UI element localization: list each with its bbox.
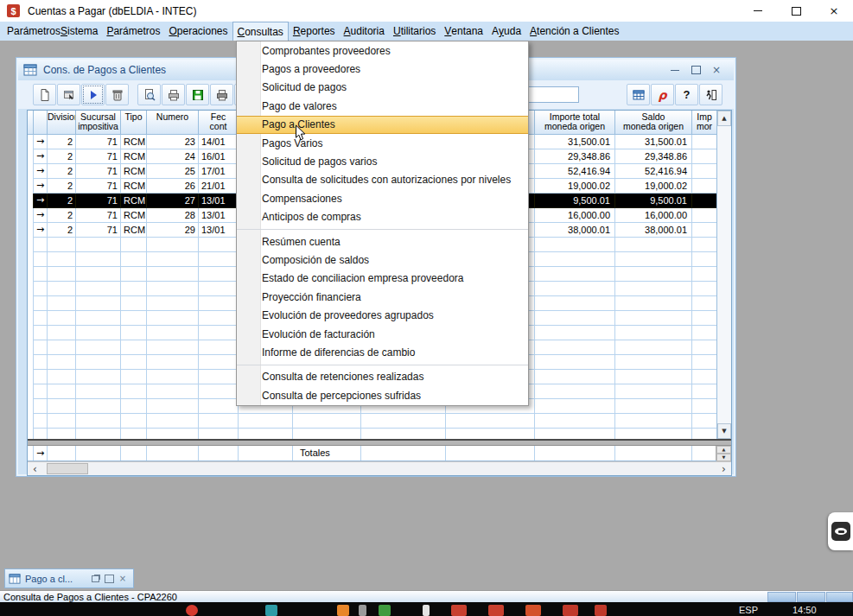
horizontal-scroll-thumb[interactable] [47,463,88,474]
menu-utilitarios[interactable]: Utilitarios [389,22,440,41]
taskbar-app-icon[interactable] [186,605,198,616]
table-button[interactable] [627,84,650,105]
column-header-division[interactable]: Division [48,111,76,134]
taskbar-app-icon[interactable] [379,605,391,616]
grid-cell: 2 [48,179,76,194]
app-icon: $ [7,4,20,17]
column-header-tipo[interactable]: Tipo [121,111,147,134]
column-header-marker[interactable] [33,111,48,134]
spinner-up-icon[interactable]: ▲ [716,446,731,454]
scroll-up-icon[interactable]: ▲ [717,111,731,126]
taskbar-app-icon[interactable] [595,605,607,616]
preview-button[interactable] [137,84,161,105]
teamviewer-dash [838,530,844,533]
menu-item-solicitud-de-pagos-varios[interactable]: Solicitud de pagos varios [237,152,528,170]
menu-item-anticipos-de-compras[interactable]: Anticipos de compras [237,208,528,226]
taskbar-app-icon[interactable] [563,605,578,616]
spinner-down-icon[interactable]: ▼ [716,454,731,461]
menu-item-consulta-de-retenciones-realizadas[interactable]: Consulta de retenciones realizadas [237,368,528,386]
menu-item-solicitud-de-pagos[interactable]: Solicitud de pagos [237,79,528,97]
menu-consultas[interactable]: Consultas [232,22,289,41]
menu-item-pagos-varios[interactable]: Pagos Varios [237,134,528,152]
minimize-button[interactable] [739,0,777,22]
grid-cell [692,414,717,429]
column-header-importe-2[interactable]: Imp mor [692,111,717,134]
totals-spinner[interactable]: ▲ ▼ [716,446,731,460]
menu-item-pagos-a-proveedores[interactable]: Pagos a proveedores [237,60,528,78]
menu-item-compensaciones[interactable]: Compensaciones [237,189,528,207]
minimized-window[interactable]: Pago a cl... × [4,568,134,588]
menu-item-comprobantes-proveedores[interactable]: Comprobantes proveedores [237,41,528,60]
taskbar-app-icon[interactable] [488,605,504,616]
menu-item-informe-de-diferencias-de-cambio[interactable]: Informe de diferencias de cambio [237,343,528,361]
delete-button[interactable] [105,84,129,105]
grid-empty-row[interactable] [28,414,731,429]
menu-item-composicion-de-saldos[interactable]: Composición de saldos [237,251,528,269]
minimized-close-button[interactable]: × [116,572,130,586]
grid-horizontal-scrollbar[interactable]: ‹ › [28,461,731,476]
modify-button[interactable] [57,84,80,105]
column-header-importe-total[interactable]: Importe total moneda origen [535,111,615,134]
clock[interactable]: 14:50 [793,605,817,615]
menu-item-resumen-cuenta[interactable]: Resúmen cuenta [237,232,528,251]
menu-operaciones[interactable]: Operaciones [164,22,232,41]
grid-cell [692,429,717,439]
grid-cell: 27 [147,194,199,208]
column-header-fecha[interactable]: Fec cont [199,111,239,134]
child-maximize-button[interactable] [685,66,706,74]
menu-item-proyeccion-financiera[interactable]: Proyección financiera [237,288,528,306]
grid-totals-row: → Totales ▲ ▼ [28,446,731,461]
maximize-button[interactable] [777,0,815,22]
menu-item-estado-de-conciliacion-empresa-proveedora[interactable]: Estado de conciliacion empresa proveedor… [237,270,528,288]
help-button[interactable]: ? [675,84,698,105]
taskbar-app-icon[interactable] [265,605,277,616]
taskbar-app-icon[interactable] [525,605,541,616]
minimized-maximize-button[interactable] [102,572,116,586]
scroll-right-icon[interactable]: › [716,462,731,475]
column-header-saldo[interactable]: Saldo moneda origen [615,111,692,134]
restore-button[interactable] [88,572,102,586]
print-button[interactable] [162,84,185,105]
grid-cell [692,399,717,414]
menu-item-consulta-de-percepciones-sufridas[interactable]: Consulta de percepciones sufridas [237,386,528,404]
close-button[interactable]: × [815,0,853,22]
menu-reportes[interactable]: Reportes [289,22,340,41]
print-alt-button[interactable] [210,84,233,105]
language-indicator[interactable]: ESP [739,605,758,615]
grid-splitter[interactable] [28,439,731,446]
menu-parametros[interactable]: Parámetros [102,22,164,41]
column-header-numero[interactable]: Numero [147,111,199,134]
column-header-sucursal[interactable]: Sucursal impositiva [76,111,121,134]
teamviewer-tab[interactable] [828,512,853,550]
menu-atencion-a-clientes[interactable]: Atención a Clientes [525,22,623,41]
grid-cell [535,296,615,311]
new-button[interactable] [33,84,56,105]
run-button[interactable] [81,84,105,105]
rho-button[interactable]: ρ [651,84,674,105]
taskbar-app-icon[interactable] [359,605,366,616]
menu-item-evolucion-de-facturacion[interactable]: Evolución de facturación [237,325,528,343]
menu-item-pago-a-clientes[interactable]: Pago a Clientes [237,116,528,134]
grid-vertical-scrollbar[interactable]: ▲ ▼ [716,111,731,439]
scroll-left-icon[interactable]: ‹ [28,462,42,475]
menu-auditoria[interactable]: Auditoria [340,22,389,41]
menu-item-pago-de-valores[interactable]: Pago de valores [237,97,528,115]
taskbar-app-icon[interactable] [451,605,467,616]
child-close-button[interactable]: × [706,64,727,76]
grid-cell: 71 [76,179,121,194]
menu-parametros-sistema[interactable]: Parámetros Sistema [3,22,102,41]
menu-ayuda[interactable]: Ayuda [487,22,525,41]
grid-cell [535,282,615,296]
scroll-down-icon[interactable]: ▼ [717,423,731,439]
save-button[interactable] [186,84,209,105]
taskbar-app-icon[interactable] [423,605,430,616]
toolbar-input[interactable] [527,86,579,103]
maximize-icon [105,575,114,583]
menu-item-consulta-de-solicitudes-con-autorizaciones-por-niveles[interactable]: Consulta de solicitudes con autorizacion… [237,171,528,189]
menu-ventana[interactable]: Ventana [440,22,487,41]
exit-button[interactable] [699,84,723,105]
taskbar-app-icon[interactable] [337,605,349,616]
menu-item-evolucion-de-proveedores-agrupados[interactable]: Evolución de proveedores agrupados [237,306,528,324]
child-minimize-button[interactable] [665,70,685,71]
grid-empty-row[interactable] [28,429,731,439]
